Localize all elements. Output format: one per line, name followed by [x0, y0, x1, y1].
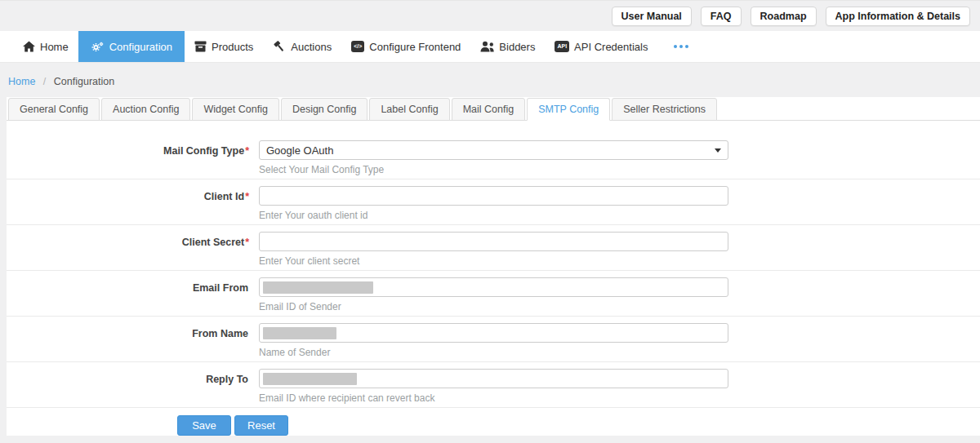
field-row-reply-to: Reply To Email ID where recipient can re… — [7, 362, 980, 408]
field-label: Client Id* — [7, 186, 249, 221]
nav-item-home[interactable]: Home — [13, 31, 78, 62]
smtp-config-form: Mail Config Type* Google OAuth Select Yo… — [7, 121, 980, 439]
roadmap-button[interactable]: Roadmap — [751, 7, 817, 26]
config-tabs: General Config Auction Config Widget Con… — [7, 97, 980, 121]
ellipsis-icon — [667, 45, 694, 48]
field-row-email-from: Email From Email ID of Sender — [7, 271, 980, 317]
app-information-button[interactable]: App Information & Details — [826, 7, 970, 26]
tab-smtp-config[interactable]: SMTP Config — [527, 98, 610, 121]
form-actions: Save Reset — [7, 408, 980, 439]
field-row-from-name: From Name Name of Sender — [7, 317, 980, 362]
field-row-client-secret: Client Secret* Enter Your client secret — [7, 225, 980, 271]
nav-item-label: Auctions — [291, 41, 332, 53]
nav-item-label: Products — [212, 41, 253, 53]
home-icon — [23, 41, 35, 52]
nav-item-label: Configure Frontend — [369, 41, 461, 53]
client-secret-input[interactable] — [259, 232, 728, 251]
nav-item-label: Bidders — [499, 41, 535, 53]
from-name-input[interactable] — [259, 323, 728, 343]
tab-seller-restrictions[interactable]: Seller Restrictions — [612, 98, 717, 121]
breadcrumb-separator: / — [43, 76, 46, 87]
field-label: Reply To — [7, 369, 249, 404]
user-manual-button[interactable]: User Manual — [612, 7, 692, 26]
tab-mail-config[interactable]: Mail Config — [452, 98, 526, 121]
field-help-text: Email ID of Sender — [259, 301, 728, 312]
gavel-icon — [273, 41, 286, 53]
redacted-value — [263, 281, 373, 294]
field-help-text: Select Your Mail Config Type — [259, 164, 728, 175]
required-asterisk: * — [245, 237, 249, 248]
required-asterisk: * — [245, 191, 249, 202]
tab-label-config[interactable]: Label Config — [369, 98, 449, 121]
client-id-input[interactable] — [259, 186, 728, 206]
topbar: User Manual FAQ Roadmap App Information … — [0, 0, 980, 31]
nav-item-more[interactable] — [657, 31, 704, 62]
email-from-input[interactable] — [259, 277, 728, 297]
reply-to-input[interactable] — [259, 369, 728, 388]
field-help-text: Email ID where recipient can revert back — [259, 392, 728, 404]
products-icon — [194, 41, 207, 52]
save-button[interactable]: Save — [177, 415, 231, 436]
breadcrumb-home-link[interactable]: Home — [8, 76, 35, 87]
redacted-value — [263, 373, 357, 385]
code-icon: </> — [351, 41, 364, 52]
config-panel: General Config Auction Config Widget Con… — [7, 97, 980, 436]
field-label: Mail Config Type* — [7, 140, 249, 175]
bidders-icon — [480, 41, 494, 52]
main-navbar: Home Configuration — [0, 31, 980, 63]
nav-item-label: Configuration — [109, 41, 172, 53]
required-asterisk: * — [245, 145, 249, 157]
field-label: Client Secret* — [7, 232, 249, 267]
tab-widget-config[interactable]: Widget Config — [192, 98, 279, 121]
field-help-text: Enter Your oauth client id — [259, 210, 728, 221]
breadcrumb: Home / Configuration — [0, 63, 980, 97]
field-row-client-id: Client Id* Enter Your oauth client id — [7, 179, 980, 225]
reset-button[interactable]: Reset — [234, 415, 288, 436]
field-label: From Name — [7, 323, 249, 358]
field-label: Email From — [7, 277, 249, 312]
gears-icon — [91, 41, 105, 53]
tab-auction-config[interactable]: Auction Config — [101, 98, 190, 121]
nav-item-products[interactable]: Products — [185, 31, 263, 62]
nav-item-configuration[interactable]: Configuration — [78, 31, 185, 62]
tab-design-config[interactable]: Design Config — [281, 98, 368, 121]
nav-item-configure-frontend[interactable]: </> Configure Frontend — [341, 31, 470, 62]
tab-general-config[interactable]: General Config — [8, 98, 100, 121]
faq-button[interactable]: FAQ — [701, 7, 742, 26]
redacted-value — [263, 327, 336, 339]
field-help-text: Enter Your client secret — [259, 255, 728, 267]
api-icon: API — [555, 41, 569, 52]
nav-item-label: Home — [40, 41, 69, 53]
nav-item-api-credentials[interactable]: API API Credentials — [545, 31, 657, 62]
nav-item-label: API Credentials — [574, 41, 648, 53]
field-row-mail-config-type: Mail Config Type* Google OAuth Select Yo… — [7, 134, 980, 179]
nav-item-auctions[interactable]: Auctions — [263, 31, 341, 62]
breadcrumb-current: Configuration — [54, 76, 114, 87]
mail-config-type-select[interactable]: Google OAuth — [259, 140, 728, 160]
mail-config-type-select-wrap: Google OAuth — [259, 140, 728, 160]
field-help-text: Name of Sender — [259, 347, 728, 358]
nav-item-bidders[interactable]: Bidders — [470, 31, 545, 62]
